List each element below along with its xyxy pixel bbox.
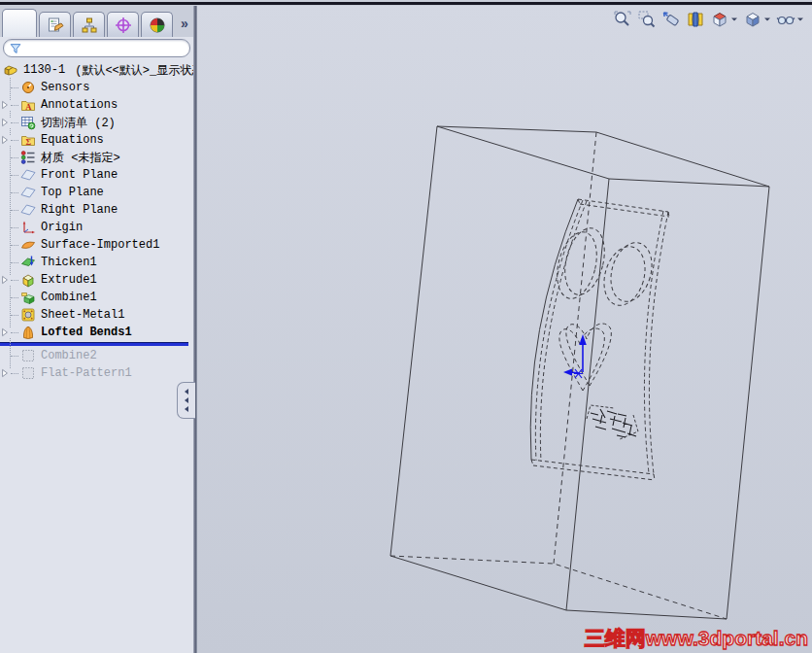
tree-item-thicken1[interactable]: Thicken1 [0,254,193,271]
tree-item-label: Top Plane [41,186,104,199]
tree-item-sensors[interactable]: Sensors [0,79,193,96]
loft-icon [20,325,36,340]
rollback-bar[interactable] [0,342,188,346]
part-icon [3,62,18,78]
tree-item-label: Sheet-Metal1 [41,308,124,322]
graphics-area[interactable]: 三维网www.3dportal.cn [197,0,812,653]
cutlist-icon [20,115,36,130]
zoom-to-fit-button[interactable] [611,8,634,31]
section-view-button[interactable] [684,8,707,31]
zoom-to-area-button[interactable] [635,8,659,31]
tree-item-label: Surface-Imported1 [41,238,159,252]
expand-arrow-icon[interactable] [1,118,11,127]
tree-item-label: Combine2 [41,349,97,362]
wireframe-model [194,0,812,653]
plane-icon [20,167,36,183]
tab-displaymanager[interactable] [141,12,173,37]
tree-item-label: 1130-1 [23,63,65,77]
tree-item-root-part[interactable]: 1130-1(默认<<默认>_显示状态 [0,61,193,79]
tree-item-label: 切割清单 (2) [41,115,116,131]
filter-funnel-icon [9,42,22,55]
filter-box[interactable] [3,39,190,57]
propertymgr-icon [47,17,64,34]
previous-view-icon [661,10,681,29]
tree-item-lofted-bends1[interactable]: Lofted Bends1 [0,324,193,341]
tree-item-label: Sensors [41,81,89,94]
tree-item-label: Origin [41,221,83,234]
combine-icon [20,290,36,305]
hide-show-items-button[interactable] [774,8,806,31]
origin-triad [563,334,587,378]
equations-icon: Σ [20,132,36,148]
panel-collapse-handle[interactable] [177,382,195,419]
expand-arrow-icon[interactable] [1,368,11,378]
filter-row [0,37,193,58]
panel-splitter[interactable] [193,0,197,653]
displaymgr-icon [149,17,166,34]
svg-text:A: A [25,102,32,112]
expand-arrow-icon[interactable] [1,100,11,110]
tree-item-equations[interactable]: ΣEquations [0,131,193,149]
tree-item-label: Combine1 [41,291,97,304]
zoom-to-area-icon [637,10,657,29]
tree-item-front-plane[interactable]: Front Plane [0,166,193,184]
suppressed-icon [20,348,36,363]
tree-item-extrude1[interactable]: Extrude1 [0,271,193,289]
feature-manager-panel: » 1130-1(默认<<默认>_显示状态SensorsAAnnotations… [0,0,193,653]
origin-icon [20,220,36,235]
window-top-edge [0,0,812,6]
tree-item-label: Annotations [41,98,118,112]
tree-item-combine1[interactable]: Combine1 [0,289,193,306]
tree-item-label: Front Plane [41,168,118,182]
tree-item-annotations[interactable]: AAnnotations [0,96,193,114]
manager-tabs [2,9,175,37]
dropdown-caret-icon[interactable] [763,17,771,22]
surface-icon [20,237,36,253]
view-heads-up-toolbar [611,8,806,31]
tab-dimxpertmanager[interactable] [107,12,139,37]
tab-configurationmanager[interactable] [73,12,105,37]
display-style-button[interactable] [741,8,773,31]
engraving-scribble [591,409,636,437]
watermark: 三维网www.3dportal.cn [585,625,808,652]
expand-arrow-icon[interactable] [1,327,11,337]
tree-item-origin[interactable]: Origin [0,219,193,236]
tree-item-label: Lofted Bends1 [41,326,132,339]
previous-view-button[interactable] [660,8,683,31]
zoom-to-fit-icon [613,10,632,29]
tree-item-label: Right Plane [41,203,118,217]
tree-item-label: 材质 <未指定> [41,150,120,166]
dropdown-caret-icon[interactable] [730,17,738,22]
display-style-icon [743,10,762,29]
sheetmetal-icon [20,307,36,323]
tree-item-material[interactable]: 材质 <未指定> [0,149,193,166]
section-view-icon [686,10,705,29]
tree-item-surface-imported1[interactable]: Surface-Imported1 [0,236,193,254]
view-orientation-button[interactable] [708,8,740,31]
filter-input[interactable] [25,42,185,55]
toolbar-overflow-chevron[interactable]: » [181,16,188,31]
config-suffix: (默认<<默认>_显示状态 [75,62,193,79]
thicken-icon [20,255,36,270]
tree-item-combine2[interactable]: Combine2 [0,347,193,364]
hide-show-items-icon [776,10,795,29]
plane-icon [20,202,36,218]
expand-arrow-icon[interactable] [1,135,11,145]
tree-item-sheet-metal1[interactable]: Sheet-Metal1 [0,306,193,324]
extrude-icon [20,272,36,288]
svg-text:Σ: Σ [25,137,31,147]
feature-tree: 1130-1(默认<<默认>_显示状态SensorsAAnnotations切割… [0,58,193,382]
tree-item-flat-pattern1[interactable]: Flat-Pattern1 [0,364,193,382]
tab-propertymanager[interactable] [39,12,71,37]
configmgr-icon [81,17,98,34]
tree-item-cut-list[interactable]: 切割清单 (2) [0,114,193,131]
tree-item-right-plane[interactable]: Right Plane [0,201,193,219]
tree-item-label: Equations [41,133,104,147]
dropdown-caret-icon[interactable] [796,17,804,22]
tab-featuremanager-design-tree[interactable] [2,9,37,37]
tree-item-top-plane[interactable]: Top Plane [0,184,193,201]
expand-arrow-icon[interactable] [1,275,11,285]
tree-item-label: Extrude1 [41,273,97,287]
annotations-icon: A [20,97,36,113]
plane-icon [20,185,36,200]
